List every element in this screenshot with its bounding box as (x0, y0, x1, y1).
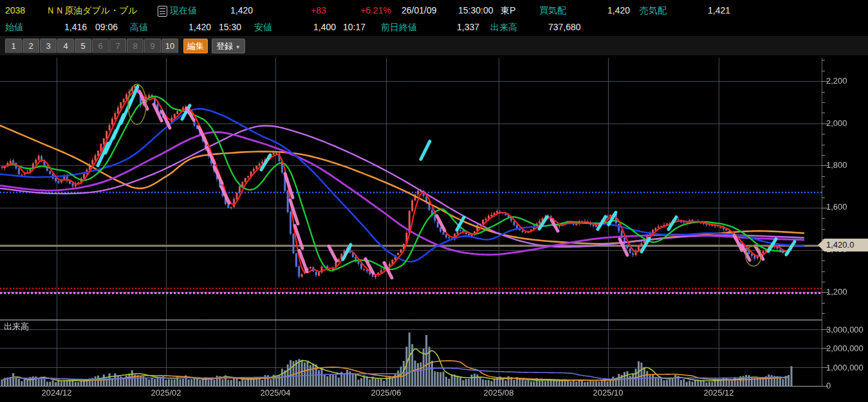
prev-close-label: 前日終値 (381, 22, 417, 33)
bid-value: 1,420 (607, 5, 630, 15)
market-segment: 東P (501, 5, 515, 17)
quote-list-icon[interactable] (158, 6, 167, 17)
tab-1[interactable]: 1 (5, 39, 22, 53)
price-change-pct: +6.21% (360, 5, 391, 15)
stock-code: 2038 (5, 5, 25, 15)
current-price-label: 現在値 (170, 5, 197, 17)
watchlist-toolbar: 1 2 3 4 5 6 7 8 9 10 編集 登録 ▼ (0, 36, 868, 55)
high-value: 1,420 (189, 22, 211, 32)
tab-2[interactable]: 2 (23, 39, 39, 53)
quote-header: 2038 ＮＮ原油ダブル・ブル 現在値 1,420 +83 +6.21% 26/… (0, 0, 868, 36)
open-time: 09:06 (95, 22, 118, 32)
stock-chart-app: 2038 ＮＮ原油ダブル・ブル 現在値 1,420 +83 +6.21% 26/… (0, 0, 868, 402)
ask-label: 売気配 (640, 5, 667, 17)
tab-10[interactable]: 10 (162, 39, 178, 53)
price-volume-chart-canvas[interactable] (0, 55, 868, 402)
tab-5[interactable]: 5 (75, 39, 91, 53)
tab-9: 9 (144, 39, 161, 53)
quote-date: 26/01/09 (402, 5, 437, 15)
high-time: 15:30 (219, 22, 241, 32)
tab-4[interactable]: 4 (57, 39, 74, 53)
volume-label: 出来高 (490, 22, 517, 33)
tab-3[interactable]: 3 (40, 39, 57, 53)
chart-area: 2,200 2,000 1,800 1,600 1,400 1,200 1,42… (0, 55, 868, 402)
open-label: 始値 (5, 22, 23, 33)
low-label: 安値 (254, 22, 272, 33)
open-value: 1,416 (64, 22, 87, 32)
tab-8: 8 (127, 39, 143, 53)
current-price-value: 1,420 (230, 5, 253, 15)
low-value: 1,400 (313, 22, 336, 32)
bid-label: 買気配 (539, 5, 566, 17)
volume-value: 737,680 (548, 22, 581, 32)
tab-7: 7 (109, 39, 126, 53)
register-label: 登録 (216, 41, 233, 51)
quote-time: 15:30:00 (458, 5, 494, 15)
price-change: +83 (311, 5, 326, 15)
stock-name: ＮＮ原油ダブル・ブル (46, 5, 138, 17)
low-time: 10:17 (343, 22, 365, 32)
ask-value: 1,421 (708, 5, 730, 15)
chevron-down-icon: ▼ (235, 44, 241, 50)
register-dropdown-button[interactable]: 登録 ▼ (212, 39, 245, 53)
high-label: 高値 (130, 22, 148, 33)
tab-6: 6 (92, 39, 109, 53)
prev-close-value: 1,337 (457, 22, 479, 32)
edit-button[interactable]: 編集 (183, 39, 208, 53)
